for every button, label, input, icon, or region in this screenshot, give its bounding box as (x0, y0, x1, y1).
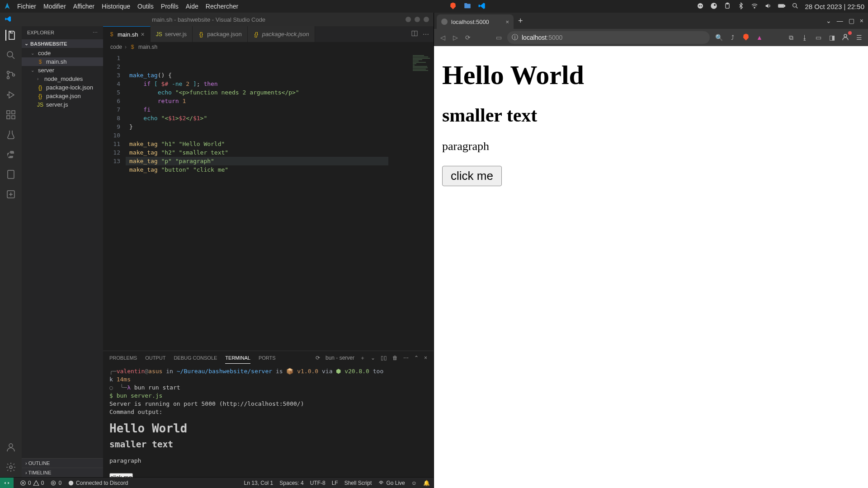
close-tab-icon[interactable]: × (505, 19, 509, 25)
testing-activity-icon[interactable] (5, 129, 16, 140)
more-icon[interactable]: ⋯ (423, 31, 429, 38)
more-icon[interactable]: ⋯ (403, 355, 409, 361)
window-traffic-lights[interactable] (406, 17, 429, 22)
menu-aide[interactable]: Aide (186, 3, 198, 10)
menu-modifier[interactable]: Modifier (43, 3, 66, 10)
crumb-code[interactable]: code (110, 44, 122, 50)
breadcrumbs[interactable]: code › $ main.sh (103, 42, 434, 52)
wallet-icon[interactable]: ▭ (814, 34, 823, 41)
menu-fichier[interactable]: Fichier (17, 3, 36, 10)
settings-activity-icon[interactable] (5, 462, 16, 473)
python-activity-icon[interactable] (5, 149, 16, 160)
site-info-icon[interactable]: ⓘ (512, 33, 518, 42)
profile-icon[interactable] (841, 33, 850, 42)
sidepanel-icon[interactable]: ◨ (827, 34, 836, 41)
steam-tray-icon[interactable] (710, 2, 717, 11)
tab-package-lock[interactable]: {}package-lock.json (248, 26, 315, 42)
os-app-menus[interactable]: Fichier Modifier Afficher Historique Out… (17, 3, 238, 10)
terminal[interactable]: ╭─valentin@asus in ~/Bureau/bashwebsite/… (103, 365, 434, 477)
timeline-section[interactable]: › TIMELINE (22, 468, 103, 477)
url-bar[interactable]: ⓘ localhost:5000 (507, 31, 710, 44)
terminal-task-label[interactable]: bun - server (326, 355, 354, 361)
wifi-tray-icon[interactable] (751, 2, 758, 11)
status-encoding[interactable]: UTF-8 (310, 480, 326, 486)
tab-main-sh[interactable]: $main.sh× (103, 26, 151, 42)
status-cursor-pos[interactable]: Ln 13, Col 1 (244, 480, 274, 486)
file-main-sh[interactable]: $main.sh (22, 57, 103, 66)
status-discord[interactable]: Connected to Discord (68, 480, 128, 486)
folder-node-modules[interactable]: ›node_modules (22, 75, 103, 83)
panel-tab-terminal[interactable]: TERMINAL (225, 352, 250, 364)
brave-rewards-icon[interactable]: ▲ (755, 34, 764, 41)
status-errors[interactable]: 0 0 (20, 480, 44, 486)
code-area[interactable]: make_tag() { if [ $# -ne 2 ]; then echo … (126, 52, 411, 351)
minimap[interactable] (411, 52, 434, 351)
search-activity-icon[interactable] (5, 50, 16, 61)
status-golive[interactable]: Go Live (378, 480, 405, 486)
menu-historique[interactable]: Historique (102, 3, 130, 10)
status-eol[interactable]: LF (332, 480, 338, 486)
extensions-activity-icon[interactable] (5, 109, 16, 120)
status-language[interactable]: Shell Script (344, 480, 372, 486)
outline-section[interactable]: › OUTLINE (22, 458, 103, 468)
folder-code[interactable]: ⌄code (22, 49, 103, 57)
volume-tray-icon[interactable] (764, 2, 772, 11)
panel-tab-debug[interactable]: DEBUG CONSOLE (174, 352, 217, 363)
remote-indicator[interactable] (0, 478, 14, 488)
browser-tab[interactable]: localhost:5000 × (437, 14, 514, 29)
terminal-dropdown-icon[interactable]: ⌄ (371, 355, 375, 361)
text-editor[interactable]: 12345678910111213 make_tag() { if [ $# -… (103, 52, 434, 351)
taskbar-vscode-icon[interactable] (478, 2, 486, 11)
tab-search-icon[interactable]: ⌄ (826, 17, 831, 24)
window-minimize-icon[interactable]: — (837, 17, 843, 24)
accounts-activity-icon[interactable] (5, 442, 16, 453)
reader-mode-icon[interactable]: ▭ (495, 34, 503, 41)
clipboard-tray-icon[interactable] (724, 2, 731, 11)
maximize-panel-icon[interactable]: ⌃ (414, 355, 419, 361)
close-tab-icon[interactable]: × (141, 31, 145, 38)
taskbar-files-icon[interactable] (463, 2, 472, 11)
file-package-lock[interactable]: {}package-lock.json (22, 83, 103, 92)
downloads-icon[interactable]: ⭳ (800, 34, 809, 41)
panel-tab-output[interactable]: OUTPUT (145, 352, 165, 363)
status-spaces[interactable]: Spaces: 4 (279, 480, 303, 486)
taskbar-brave-icon[interactable] (449, 2, 457, 11)
folder-server[interactable]: ⌄server (22, 66, 103, 75)
nav-forward-icon[interactable]: ▷ (451, 34, 459, 41)
menu-outils[interactable]: Outils (137, 3, 154, 10)
tab-server-js[interactable]: JSserver.js (151, 26, 193, 42)
share-icon[interactable]: ⤴ (728, 34, 737, 41)
status-feedback-icon[interactable]: ☺ (411, 480, 417, 486)
new-tab-button[interactable]: + (514, 16, 528, 26)
workspace-root[interactable]: ⌄ BASHWEBSITE (22, 39, 103, 48)
kill-terminal-icon[interactable]: 🗑 (392, 355, 398, 361)
search-tray-icon[interactable] (792, 2, 799, 11)
nav-back-icon[interactable]: ◁ (439, 34, 447, 41)
new-terminal-icon[interactable]: ＋ (360, 354, 365, 362)
file-package-json[interactable]: {}package.json (22, 92, 103, 100)
page-button[interactable]: click me (442, 166, 502, 186)
zoom-icon[interactable]: 🔍 (714, 34, 723, 41)
app-menu-icon[interactable]: ☰ (854, 34, 863, 41)
status-bell-icon[interactable]: 🔔 (423, 480, 430, 486)
debug-activity-icon[interactable] (5, 89, 16, 100)
file-activity-icon[interactable] (5, 169, 16, 180)
discord-tray-icon[interactable] (697, 2, 704, 11)
menu-rechercher[interactable]: Rechercher (206, 3, 238, 10)
file-server-js[interactable]: JSserver.js (22, 100, 103, 109)
clock[interactable]: 28 Oct 2023 | 22:50 (805, 3, 865, 10)
window-maximize-icon[interactable] (415, 17, 420, 22)
window-maximize-icon[interactable]: ▢ (849, 17, 854, 24)
panel-tab-ports[interactable]: PORTS (259, 352, 276, 363)
close-panel-icon[interactable]: × (424, 355, 427, 361)
ext-activity-icon[interactable] (5, 189, 16, 200)
tab-package-json[interactable]: {}package.json (193, 26, 248, 42)
explorer-activity-icon[interactable] (5, 30, 16, 41)
nav-reload-icon[interactable]: ⟳ (464, 34, 472, 41)
source-control-activity-icon[interactable] (5, 70, 16, 80)
split-editor-icon[interactable] (411, 30, 418, 38)
brave-shields-icon[interactable] (741, 33, 750, 42)
menu-profils[interactable]: Profils (161, 3, 179, 10)
battery-tray-icon[interactable] (778, 2, 785, 11)
more-icon[interactable]: ⋯ (93, 30, 98, 36)
